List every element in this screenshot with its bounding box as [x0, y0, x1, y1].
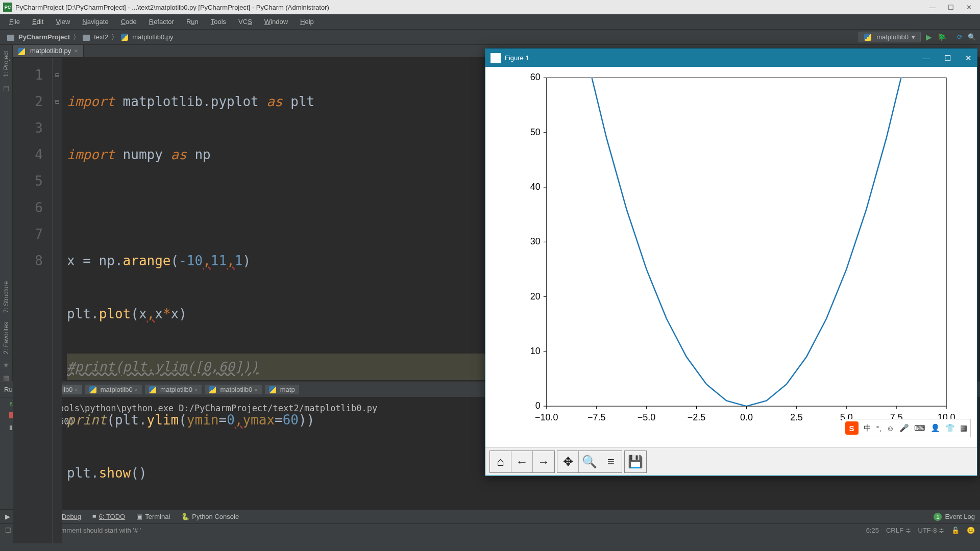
python-file-icon — [18, 47, 27, 55]
favorites-tool-tab[interactable]: 2: Favorites — [2, 320, 11, 356]
save-figure-button[interactable]: 💾 — [625, 451, 646, 472]
svg-text:0.0: 0.0 — [740, 412, 753, 422]
svg-text:30: 30 — [530, 236, 541, 246]
ime-mic-icon[interactable]: 🎤 — [899, 423, 909, 433]
svg-rect-0 — [547, 78, 946, 406]
svg-text:−5.0: −5.0 — [638, 412, 655, 422]
main-menu-bar: File Edit View Navigate Code Refactor Ru… — [0, 14, 980, 30]
breadcrumb-separator: 〉 — [73, 33, 80, 42]
breadcrumb-folder[interactable]: text2 — [80, 32, 111, 42]
pycharm-app-icon: PC — [3, 3, 12, 12]
window-close-button[interactable]: ✕ — [966, 4, 972, 11]
figure-close-button[interactable]: ✕ — [965, 54, 972, 63]
menu-window[interactable]: Window — [259, 16, 293, 27]
matplotlib-toolbar: ⌂ ← → ✥ 🔍 ≡ 💾 — [485, 447, 977, 475]
figure-maximize-button[interactable]: ☐ — [944, 54, 951, 63]
fold-column: ⊟ ⊟ — [53, 58, 62, 543]
ime-shirt-icon[interactable]: 👕 — [945, 423, 955, 433]
ime-language[interactable]: 中 — [864, 423, 871, 433]
breadcrumb-root[interactable]: PyCharmProject — [4, 32, 73, 42]
window-maximize-button[interactable]: ☐ — [948, 4, 954, 11]
ime-person-icon[interactable]: 👤 — [930, 423, 940, 433]
window-title: PyCharmProject [D:\PyCharmProject] - ...… — [15, 4, 329, 11]
menu-refactor[interactable]: Refactor — [144, 16, 179, 27]
file-icon: ▤ — [3, 84, 9, 92]
matplotlib-figure-window: Figure 1 — ☐ ✕ 0102030405060−10.0−7.5−5.… — [485, 48, 977, 476]
python-file-icon — [121, 33, 130, 41]
build-icon: ▦ — [3, 374, 9, 382]
svg-text:−2.5: −2.5 — [688, 412, 705, 422]
chart-plot: 0102030405060−10.0−7.5−5.0−2.50.02.55.07… — [485, 67, 977, 447]
ime-keyboard-icon[interactable]: ⌨ — [914, 423, 925, 433]
folder-icon — [7, 33, 16, 41]
menu-vcs[interactable]: VCS — [233, 16, 257, 27]
breadcrumb-file[interactable]: matplotlib0.py — [118, 32, 176, 42]
ime-grid-icon[interactable]: ▦ — [960, 423, 967, 433]
configure-button[interactable]: ≡ — [600, 451, 622, 472]
debug-button[interactable]: 🪲 — [937, 33, 947, 42]
svg-text:−7.5: −7.5 — [587, 412, 605, 422]
back-button[interactable]: ← — [511, 451, 533, 472]
menu-tools[interactable]: Tools — [206, 16, 231, 27]
svg-text:40: 40 — [530, 182, 541, 192]
ime-toolbar[interactable]: S 中 °, ☺ 🎤 ⌨ 👤 👕 ▦ — [842, 419, 971, 437]
svg-text:10: 10 — [530, 346, 541, 356]
os-titlebar: PC PyCharmProject [D:\PyCharmProject] - … — [0, 0, 980, 14]
menu-help[interactable]: Help — [295, 16, 319, 27]
chevron-down-icon: ▾ — [912, 33, 915, 41]
search-everywhere-button[interactable]: 🔍 — [968, 33, 976, 41]
ime-punct-icon[interactable]: °, — [876, 424, 881, 433]
menu-code[interactable]: Code — [116, 16, 142, 27]
breadcrumb-separator: 〉 — [111, 33, 118, 42]
project-tool-tab[interactable]: 1: Project — [2, 49, 11, 79]
pan-button[interactable]: ✥ — [557, 451, 579, 472]
menu-edit[interactable]: Edit — [27, 16, 48, 27]
svg-text:0: 0 — [535, 400, 541, 411]
window-minimize-button[interactable]: — — [929, 4, 936, 11]
navigation-bar: PyCharmProject 〉 text2 〉 matplotlib0.py … — [0, 30, 980, 45]
figure-minimize-button[interactable]: — — [922, 54, 930, 63]
close-tab-button[interactable]: × — [74, 47, 78, 55]
sogou-logo-icon: S — [845, 421, 859, 435]
fold-marker[interactable]: ⊟ — [53, 88, 62, 115]
folder-icon — [83, 33, 92, 41]
ime-emoji-icon[interactable]: ☺ — [887, 424, 894, 433]
line-number-gutter: 12345678 — [13, 58, 53, 543]
home-button[interactable]: ⌂ — [490, 451, 511, 472]
svg-text:2.5: 2.5 — [790, 412, 803, 422]
matplotlib-icon — [491, 53, 501, 63]
editor-tab-active[interactable]: matplotlib0.py × — [13, 45, 84, 57]
fold-marker[interactable]: ⊟ — [53, 62, 62, 88]
python-file-icon — [864, 33, 873, 41]
menu-navigate[interactable]: Navigate — [77, 16, 113, 27]
star-icon: ★ — [3, 361, 9, 369]
figure-title-text: Figure 1 — [505, 54, 529, 62]
svg-text:20: 20 — [530, 291, 541, 302]
left-tool-window-stripe: 1: Project ▤ 7: Structure 2: Favorites ★… — [0, 45, 13, 382]
status-icon: ☐ — [5, 527, 11, 534]
svg-text:−10.0: −10.0 — [535, 412, 558, 422]
menu-run[interactable]: Run — [181, 16, 204, 27]
update-project-button[interactable]: ⟳ — [957, 33, 963, 41]
svg-text:50: 50 — [530, 127, 541, 137]
zoom-button[interactable]: 🔍 — [579, 451, 600, 472]
structure-tool-tab[interactable]: 7: Structure — [2, 279, 11, 315]
svg-text:60: 60 — [530, 72, 541, 82]
menu-view[interactable]: View — [51, 16, 75, 27]
forward-button[interactable]: → — [533, 451, 554, 472]
figure-canvas[interactable]: 0102030405060−10.0−7.5−5.0−2.50.02.55.07… — [485, 67, 977, 447]
figure-titlebar[interactable]: Figure 1 — ☐ ✕ — [485, 49, 977, 67]
run-config-selector[interactable]: matplotlib0 ▾ — [859, 32, 921, 43]
run-button[interactable]: ▶ — [926, 33, 932, 42]
menu-file[interactable]: File — [4, 16, 25, 27]
